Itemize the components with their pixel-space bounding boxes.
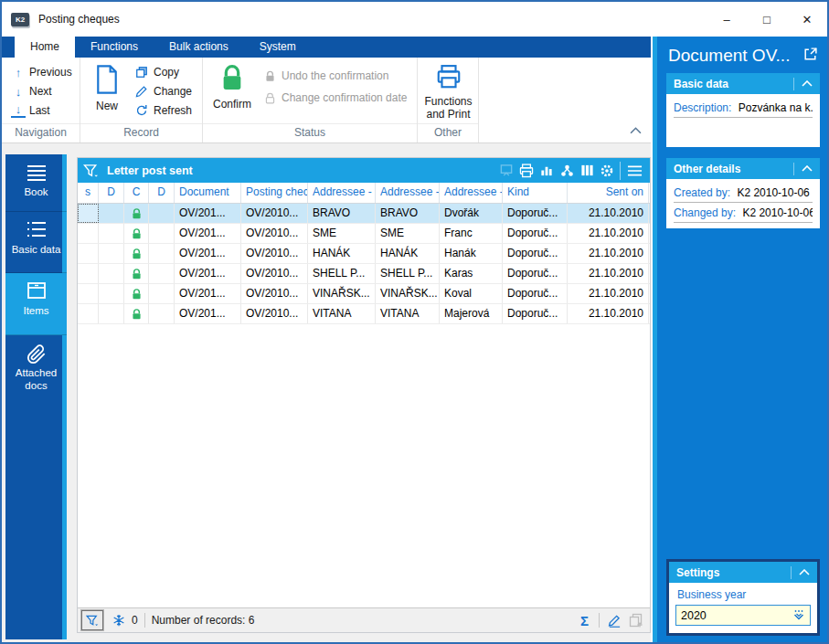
table-cell[interactable]: BRAVO bbox=[308, 204, 376, 223]
table-cell[interactable]: OV/2010... bbox=[241, 204, 308, 223]
section-header-settings[interactable]: Settings bbox=[669, 562, 817, 583]
open-in-new-icon[interactable] bbox=[802, 47, 818, 66]
table-cell[interactable]: 21.10.2010 bbox=[568, 204, 649, 223]
sidebar-item-items[interactable]: Items bbox=[5, 273, 67, 335]
dropdown-icon[interactable] bbox=[792, 608, 806, 625]
column-header-9[interactable]: Kind bbox=[503, 183, 568, 203]
table-cell[interactable] bbox=[149, 204, 175, 223]
column-header-6[interactable]: Addressee - I bbox=[308, 183, 376, 203]
table-cell[interactable]: Majerová bbox=[440, 304, 503, 323]
column-header-5[interactable]: Posting chec bbox=[241, 183, 308, 203]
column-header-1[interactable]: D bbox=[99, 183, 124, 203]
column-header-4[interactable]: Document bbox=[175, 183, 241, 203]
copy-button[interactable]: Copy bbox=[133, 62, 192, 81]
tab-functions[interactable]: Functions bbox=[75, 37, 154, 58]
edit-icon[interactable] bbox=[606, 614, 622, 628]
tab-home[interactable]: Home bbox=[15, 37, 75, 58]
table-cell[interactable] bbox=[78, 284, 99, 303]
section-header-basic-data[interactable]: Basic data bbox=[666, 73, 820, 94]
table-cell[interactable]: Doporuč... bbox=[503, 244, 568, 263]
table-cell[interactable]: OV/201... bbox=[175, 304, 241, 323]
chart-icon[interactable] bbox=[537, 162, 557, 180]
lock-green-icon[interactable] bbox=[124, 284, 149, 303]
column-header-3[interactable]: D bbox=[149, 183, 175, 203]
chevron-up-icon[interactable] bbox=[793, 163, 813, 175]
table-cell[interactable]: VITANA bbox=[376, 304, 440, 323]
column-header-2[interactable]: C bbox=[124, 183, 149, 203]
table-cell[interactable]: OV/2010... bbox=[241, 284, 308, 303]
table-cell[interactable]: OV/201... bbox=[175, 244, 241, 263]
table-cell[interactable]: Doporuč... bbox=[503, 204, 568, 223]
table-cell[interactable]: Doporuč... bbox=[503, 284, 568, 303]
close-button[interactable]: ✕ bbox=[787, 2, 827, 37]
table-cell[interactable]: Koval bbox=[440, 284, 503, 303]
column-header-10[interactable]: Sent on bbox=[568, 183, 649, 203]
lock-green-icon[interactable] bbox=[124, 224, 149, 243]
table-cell[interactable]: HANÁK bbox=[308, 244, 376, 263]
columns-icon[interactable] bbox=[577, 162, 597, 180]
lock-green-icon[interactable] bbox=[124, 204, 149, 223]
table-cell[interactable]: OV/201... bbox=[175, 264, 241, 283]
table-cell[interactable] bbox=[99, 284, 124, 303]
table-cell[interactable]: SME bbox=[308, 224, 376, 243]
table-cell[interactable]: OV/2010... bbox=[241, 304, 308, 323]
business-year-input[interactable] bbox=[676, 609, 781, 622]
ribbon-collapse-icon[interactable] bbox=[630, 121, 642, 138]
description-field[interactable]: Description: Pozvánka na k... bbox=[674, 98, 813, 118]
table-cell[interactable] bbox=[149, 284, 175, 303]
focused-cell[interactable] bbox=[78, 204, 99, 223]
table-cell[interactable] bbox=[78, 264, 99, 283]
table-cell[interactable] bbox=[149, 304, 175, 323]
new-button[interactable]: New bbox=[80, 58, 133, 120]
tab-system[interactable]: System bbox=[244, 37, 312, 58]
menu-icon[interactable] bbox=[620, 162, 644, 180]
table-cell[interactable]: HANÁK bbox=[376, 244, 440, 263]
table-cell[interactable] bbox=[149, 264, 175, 283]
sum-icon[interactable]: Σ bbox=[577, 613, 592, 628]
table-row[interactable]: OV/201...OV/2010...SMESMEFrancDoporuč...… bbox=[78, 224, 650, 244]
table-cell[interactable] bbox=[99, 264, 124, 283]
table-cell[interactable] bbox=[78, 304, 99, 323]
table-row[interactable]: OV/201...OV/2010...VINAŘSK...VINAŘSK...K… bbox=[78, 284, 650, 304]
table-cell[interactable]: OV/2010... bbox=[241, 224, 308, 243]
tab-bulk-actions[interactable]: Bulk actions bbox=[154, 37, 244, 58]
table-cell[interactable]: 21.10.2010 bbox=[568, 244, 649, 263]
table-cell[interactable]: OV/2010... bbox=[241, 264, 308, 283]
table-cell[interactable]: 21.10.2010 bbox=[568, 284, 649, 303]
sidebar-item-book[interactable]: Book bbox=[5, 154, 67, 212]
refresh-button[interactable]: Refresh bbox=[133, 100, 192, 120]
table-cell[interactable] bbox=[78, 224, 99, 243]
maximize-button[interactable]: □ bbox=[747, 2, 787, 37]
table-cell[interactable] bbox=[149, 224, 175, 243]
table-cell[interactable] bbox=[99, 244, 124, 263]
table-row[interactable]: OV/201...OV/2010...SHELL P...SHELL P...K… bbox=[78, 264, 650, 284]
lock-green-icon[interactable] bbox=[124, 244, 149, 263]
previous-button[interactable]: ↑ Previous bbox=[2, 63, 80, 81]
table-cell[interactable]: OV/201... bbox=[175, 204, 241, 223]
table-cell[interactable]: Hanák bbox=[440, 244, 503, 263]
table-cell[interactable]: Doporuč... bbox=[503, 304, 568, 323]
change-button[interactable]: Change bbox=[133, 81, 192, 100]
next-button[interactable]: ↓ Next bbox=[2, 82, 80, 100]
table-cell[interactable]: 21.10.2010 bbox=[568, 224, 649, 243]
table-cell[interactable]: Doporuč... bbox=[503, 224, 568, 243]
print-icon[interactable] bbox=[516, 162, 537, 180]
filter-toggle-button[interactable] bbox=[81, 610, 103, 630]
column-header-7[interactable]: Addressee - S bbox=[376, 183, 440, 203]
table-cell[interactable]: Franc bbox=[440, 224, 503, 243]
table-cell[interactable] bbox=[149, 244, 175, 263]
confirm-button[interactable]: Confirm bbox=[203, 58, 261, 111]
table-cell[interactable]: SHELL P... bbox=[376, 264, 440, 283]
sidebar-item-basic-data[interactable]: Basic data bbox=[5, 212, 67, 273]
table-row[interactable]: OV/201...OV/2010...HANÁKHANÁKHanákDoporu… bbox=[78, 244, 650, 264]
table-cell[interactable] bbox=[78, 244, 99, 263]
table-cell[interactable]: Doporuč... bbox=[503, 264, 568, 283]
cluster-icon[interactable] bbox=[557, 162, 577, 180]
table-cell[interactable]: OV/201... bbox=[175, 284, 241, 303]
table-cell[interactable]: 21.10.2010 bbox=[568, 304, 649, 323]
table-cell[interactable]: SHELL P... bbox=[308, 264, 376, 283]
last-button[interactable]: ↓ Last bbox=[2, 101, 80, 120]
settings-icon[interactable] bbox=[597, 162, 617, 180]
table-cell[interactable]: BRAVO bbox=[376, 204, 440, 223]
column-header-0[interactable]: s bbox=[78, 183, 99, 203]
